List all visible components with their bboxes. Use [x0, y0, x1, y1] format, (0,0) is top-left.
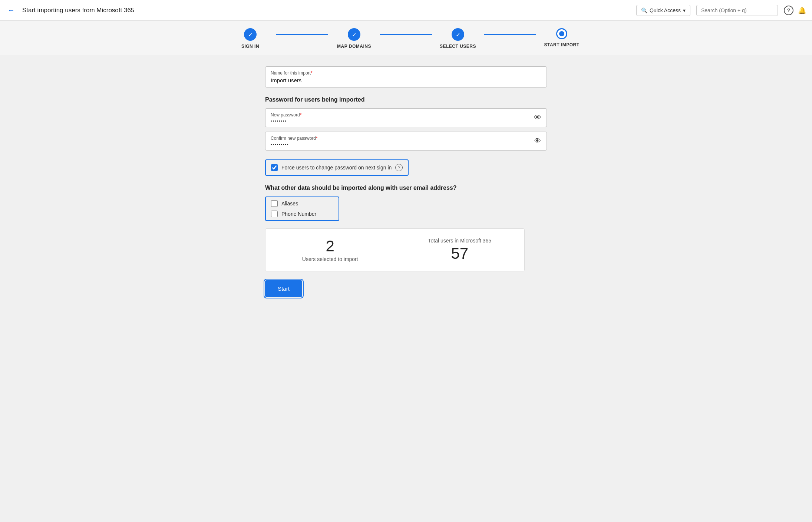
aliases-checkbox-item: Aliases	[271, 200, 333, 207]
main-content: Name for this import* Password for users…	[258, 66, 554, 297]
confirm-password-required: *	[316, 136, 318, 141]
checkmark-icon: ✓	[456, 31, 461, 38]
start-button-container: Start	[265, 280, 547, 297]
chevron-down-icon: ▾	[683, 7, 686, 13]
step-start-import-label: START IMPORT	[544, 42, 579, 47]
new-password-field: New password* •••••••• 👁	[265, 108, 547, 127]
page-title: Start importing users from Microsoft 365	[22, 7, 630, 14]
toggle-confirm-password-button[interactable]: 👁	[534, 137, 541, 145]
selected-users-card: 2 Users selected to import	[265, 229, 395, 271]
import-name-input[interactable]	[271, 77, 541, 83]
password-section-heading: Password for users being imported	[265, 96, 547, 103]
data-section: What other data should be imported along…	[265, 185, 547, 221]
password-section: Password for users being imported New pa…	[265, 96, 547, 151]
step-select-users: ✓ SELECT USERS	[432, 28, 484, 49]
selected-users-label: Users selected to import	[302, 256, 358, 262]
connector-1	[276, 34, 328, 35]
quick-access-label: Quick Access	[650, 7, 681, 13]
phone-checkbox[interactable]	[271, 211, 278, 217]
back-arrow-icon: ←	[7, 6, 15, 14]
toggle-new-password-button[interactable]: 👁	[534, 113, 541, 122]
header-icons: ? 🔔	[784, 6, 806, 15]
search-input[interactable]	[696, 5, 778, 16]
force-change-group: Force users to change password on next s…	[265, 159, 547, 176]
stats-container: 2 Users selected to import Total users i…	[265, 228, 525, 271]
help-button[interactable]: ?	[784, 6, 793, 15]
step-start-import-circle	[556, 28, 567, 39]
quick-access-button[interactable]: 🔍 Quick Access ▾	[636, 5, 690, 16]
confirm-password-label: Confirm new password*	[271, 136, 534, 141]
total-users-card: Total users in Microsoft 365 57	[395, 229, 525, 271]
stepper-container: ✓ SIGN IN ✓ MAP DOMAINS ✓ SELECT USERS S…	[0, 21, 812, 55]
help-circle-icon[interactable]: ?	[395, 164, 403, 171]
header: ← Start importing users from Microsoft 3…	[0, 0, 812, 21]
confirm-password-value: •••••••••	[271, 142, 534, 146]
force-change-checkbox-wrapper[interactable]: Force users to change password on next s…	[265, 159, 409, 176]
step-select-users-label: SELECT USERS	[440, 44, 476, 49]
force-change-label: Force users to change password on next s…	[281, 165, 392, 171]
back-button[interactable]: ←	[6, 4, 16, 16]
search-icon: 🔍	[641, 7, 647, 13]
new-password-required: *	[300, 112, 302, 118]
data-checkboxes-container: Aliases Phone Number	[265, 196, 339, 221]
connector-2	[380, 34, 432, 35]
total-users-number: 57	[451, 245, 468, 262]
step-sign-in: ✓ SIGN IN	[224, 28, 276, 49]
phone-label[interactable]: Phone Number	[281, 211, 316, 217]
step-sign-in-label: SIGN IN	[241, 44, 259, 49]
help-icon: ?	[784, 6, 793, 15]
confirm-password-field: Confirm new password* ••••••••• 👁	[265, 132, 547, 151]
total-users-title: Total users in Microsoft 365	[428, 238, 491, 244]
data-section-heading: What other data should be imported along…	[265, 185, 547, 191]
checkmark-icon: ✓	[248, 31, 253, 38]
eye-icon: 👁	[534, 137, 541, 145]
import-name-field: Name for this import*	[265, 66, 547, 87]
eye-icon: 👁	[534, 113, 541, 122]
import-name-label: Name for this import*	[271, 70, 313, 76]
new-password-label: New password*	[271, 112, 534, 118]
connector-3	[484, 34, 536, 35]
notifications-button[interactable]: 🔔	[798, 6, 806, 14]
import-name-group: Name for this import*	[265, 66, 547, 87]
phone-checkbox-item: Phone Number	[271, 211, 333, 217]
start-button[interactable]: Start	[265, 280, 302, 297]
checkmark-icon: ✓	[352, 31, 357, 38]
step-sign-in-circle: ✓	[244, 28, 257, 41]
force-change-checkbox[interactable]	[271, 164, 278, 171]
step-map-domains: ✓ MAP DOMAINS	[328, 28, 380, 49]
step-map-domains-circle: ✓	[348, 28, 360, 41]
stepper: ✓ SIGN IN ✓ MAP DOMAINS ✓ SELECT USERS S…	[202, 28, 610, 49]
aliases-checkbox[interactable]	[271, 200, 278, 207]
aliases-label[interactable]: Aliases	[281, 201, 298, 207]
step-start-import: START IMPORT	[536, 28, 588, 47]
import-name-required: *	[311, 70, 313, 76]
bell-icon: 🔔	[798, 7, 806, 14]
selected-users-number: 2	[326, 238, 334, 255]
new-password-value: ••••••••	[271, 119, 534, 123]
step-map-domains-label: MAP DOMAINS	[337, 44, 371, 49]
step-select-users-circle: ✓	[452, 28, 464, 41]
